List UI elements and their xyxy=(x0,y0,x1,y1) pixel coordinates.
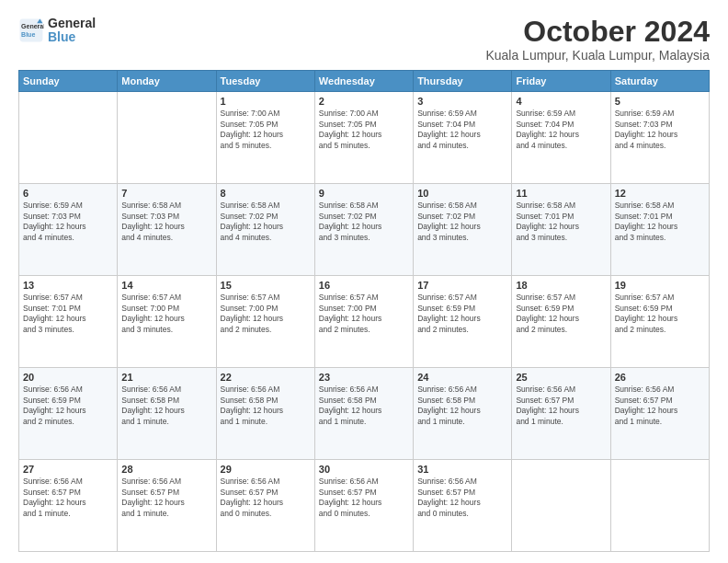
table-cell: 2Sunrise: 7:00 AM Sunset: 7:05 PM Daylig… xyxy=(314,92,413,184)
page: General Blue General Blue October 2024 K… xyxy=(0,0,728,563)
day-number: 23 xyxy=(319,371,409,384)
day-info: Sunrise: 6:56 AM Sunset: 6:57 PM Dayligh… xyxy=(615,385,705,427)
table-cell: 3Sunrise: 6:59 AM Sunset: 7:04 PM Daylig… xyxy=(414,92,512,184)
svg-text:General: General xyxy=(21,24,44,30)
location-subtitle: Kuala Lumpur, Kuala Lumpur, Malaysia xyxy=(485,48,710,63)
day-info: Sunrise: 6:59 AM Sunset: 7:04 PM Dayligh… xyxy=(516,109,606,151)
day-number: 28 xyxy=(121,463,211,476)
day-info: Sunrise: 6:56 AM Sunset: 6:57 PM Dayligh… xyxy=(221,477,311,519)
table-cell: 1Sunrise: 7:00 AM Sunset: 7:05 PM Daylig… xyxy=(216,92,314,184)
table-cell: 13Sunrise: 6:57 AM Sunset: 7:01 PM Dayli… xyxy=(19,276,118,368)
table-cell: 21Sunrise: 6:56 AM Sunset: 6:58 PM Dayli… xyxy=(118,368,216,460)
day-info: Sunrise: 6:57 AM Sunset: 7:00 PM Dayligh… xyxy=(221,293,311,335)
day-number: 19 xyxy=(615,279,705,292)
day-number: 12 xyxy=(615,187,705,200)
table-cell xyxy=(19,92,118,184)
table-cell: 29Sunrise: 6:56 AM Sunset: 6:57 PM Dayli… xyxy=(216,460,314,552)
day-info: Sunrise: 6:56 AM Sunset: 6:58 PM Dayligh… xyxy=(221,385,311,427)
table-cell: 10Sunrise: 6:58 AM Sunset: 7:02 PM Dayli… xyxy=(414,184,512,276)
day-info: Sunrise: 6:56 AM Sunset: 6:57 PM Dayligh… xyxy=(319,477,409,519)
day-number: 21 xyxy=(121,371,211,384)
svg-text:Blue: Blue xyxy=(21,31,35,38)
table-cell: 7Sunrise: 6:58 AM Sunset: 7:03 PM Daylig… xyxy=(118,184,216,276)
day-info: Sunrise: 6:56 AM Sunset: 6:57 PM Dayligh… xyxy=(516,385,606,427)
week-row-3: 13Sunrise: 6:57 AM Sunset: 7:01 PM Dayli… xyxy=(19,276,710,368)
table-cell: 20Sunrise: 6:56 AM Sunset: 6:59 PM Dayli… xyxy=(19,368,118,460)
table-cell: 25Sunrise: 6:56 AM Sunset: 6:57 PM Dayli… xyxy=(512,368,610,460)
day-info: Sunrise: 6:56 AM Sunset: 6:57 PM Dayligh… xyxy=(417,477,507,519)
week-row-1: 1Sunrise: 7:00 AM Sunset: 7:05 PM Daylig… xyxy=(19,92,710,184)
day-info: Sunrise: 6:57 AM Sunset: 7:00 PM Dayligh… xyxy=(121,293,211,335)
week-row-2: 6Sunrise: 6:59 AM Sunset: 7:03 PM Daylig… xyxy=(19,184,710,276)
table-cell: 8Sunrise: 6:58 AM Sunset: 7:02 PM Daylig… xyxy=(216,184,314,276)
day-number: 26 xyxy=(615,371,705,384)
table-cell: 11Sunrise: 6:58 AM Sunset: 7:01 PM Dayli… xyxy=(512,184,610,276)
table-cell: 27Sunrise: 6:56 AM Sunset: 6:57 PM Dayli… xyxy=(19,460,118,552)
day-number: 2 xyxy=(319,95,409,108)
logo-text: General Blue xyxy=(48,17,96,45)
logo: General Blue General Blue xyxy=(18,17,96,45)
header: General Blue General Blue October 2024 K… xyxy=(18,17,710,63)
col-tuesday: Tuesday xyxy=(216,71,314,92)
table-cell: 30Sunrise: 6:56 AM Sunset: 6:57 PM Dayli… xyxy=(314,460,413,552)
table-cell: 6Sunrise: 6:59 AM Sunset: 7:03 PM Daylig… xyxy=(19,184,118,276)
day-info: Sunrise: 6:59 AM Sunset: 7:03 PM Dayligh… xyxy=(23,201,113,243)
day-number: 24 xyxy=(417,371,507,384)
day-info: Sunrise: 6:59 AM Sunset: 7:04 PM Dayligh… xyxy=(417,109,507,151)
col-friday: Friday xyxy=(512,71,610,92)
table-cell: 22Sunrise: 6:56 AM Sunset: 6:58 PM Dayli… xyxy=(216,368,314,460)
day-number: 20 xyxy=(23,371,113,384)
day-number: 5 xyxy=(615,95,705,108)
table-cell: 14Sunrise: 6:57 AM Sunset: 7:00 PM Dayli… xyxy=(118,276,216,368)
table-cell: 12Sunrise: 6:58 AM Sunset: 7:01 PM Dayli… xyxy=(610,184,709,276)
day-info: Sunrise: 6:58 AM Sunset: 7:02 PM Dayligh… xyxy=(319,201,409,243)
day-info: Sunrise: 6:58 AM Sunset: 7:01 PM Dayligh… xyxy=(615,201,705,243)
week-row-5: 27Sunrise: 6:56 AM Sunset: 6:57 PM Dayli… xyxy=(19,460,710,552)
table-cell: 31Sunrise: 6:56 AM Sunset: 6:57 PM Dayli… xyxy=(414,460,512,552)
calendar-table: Sunday Monday Tuesday Wednesday Thursday… xyxy=(18,70,710,552)
day-info: Sunrise: 6:56 AM Sunset: 6:57 PM Dayligh… xyxy=(23,477,113,519)
table-cell: 5Sunrise: 6:59 AM Sunset: 7:03 PM Daylig… xyxy=(610,92,709,184)
day-info: Sunrise: 6:56 AM Sunset: 6:59 PM Dayligh… xyxy=(23,385,113,427)
day-number: 13 xyxy=(23,279,113,292)
day-number: 27 xyxy=(23,463,113,476)
day-info: Sunrise: 6:57 AM Sunset: 6:59 PM Dayligh… xyxy=(615,293,705,335)
table-cell: 16Sunrise: 6:57 AM Sunset: 7:00 PM Dayli… xyxy=(314,276,413,368)
day-info: Sunrise: 6:57 AM Sunset: 7:00 PM Dayligh… xyxy=(319,293,409,335)
title-block: October 2024 Kuala Lumpur, Kuala Lumpur,… xyxy=(485,17,710,63)
day-number: 11 xyxy=(516,187,606,200)
table-cell xyxy=(118,92,216,184)
col-saturday: Saturday xyxy=(610,71,709,92)
table-cell: 4Sunrise: 6:59 AM Sunset: 7:04 PM Daylig… xyxy=(512,92,610,184)
col-monday: Monday xyxy=(118,71,216,92)
day-number: 22 xyxy=(221,371,311,384)
day-info: Sunrise: 6:57 AM Sunset: 6:59 PM Dayligh… xyxy=(516,293,606,335)
day-info: Sunrise: 6:59 AM Sunset: 7:03 PM Dayligh… xyxy=(615,109,705,151)
day-number: 16 xyxy=(319,279,409,292)
day-number: 3 xyxy=(417,95,507,108)
day-number: 25 xyxy=(516,371,606,384)
week-row-4: 20Sunrise: 6:56 AM Sunset: 6:59 PM Dayli… xyxy=(19,368,710,460)
day-number: 6 xyxy=(23,187,113,200)
day-info: Sunrise: 6:58 AM Sunset: 7:02 PM Dayligh… xyxy=(417,201,507,243)
day-number: 18 xyxy=(516,279,606,292)
day-info: Sunrise: 6:58 AM Sunset: 7:01 PM Dayligh… xyxy=(516,201,606,243)
day-info: Sunrise: 6:57 AM Sunset: 7:01 PM Dayligh… xyxy=(23,293,113,335)
day-info: Sunrise: 6:57 AM Sunset: 6:59 PM Dayligh… xyxy=(417,293,507,335)
day-number: 17 xyxy=(417,279,507,292)
day-info: Sunrise: 6:56 AM Sunset: 6:57 PM Dayligh… xyxy=(121,477,211,519)
table-cell xyxy=(610,460,709,552)
calendar-header-row: Sunday Monday Tuesday Wednesday Thursday… xyxy=(19,71,710,92)
table-cell: 24Sunrise: 6:56 AM Sunset: 6:58 PM Dayli… xyxy=(414,368,512,460)
day-info: Sunrise: 7:00 AM Sunset: 7:05 PM Dayligh… xyxy=(221,109,311,151)
day-number: 4 xyxy=(516,95,606,108)
day-number: 9 xyxy=(319,187,409,200)
day-info: Sunrise: 6:56 AM Sunset: 6:58 PM Dayligh… xyxy=(121,385,211,427)
col-thursday: Thursday xyxy=(414,71,512,92)
day-info: Sunrise: 6:58 AM Sunset: 7:02 PM Dayligh… xyxy=(221,201,311,243)
table-cell: 15Sunrise: 6:57 AM Sunset: 7:00 PM Dayli… xyxy=(216,276,314,368)
month-title: October 2024 xyxy=(485,17,710,46)
day-number: 8 xyxy=(221,187,311,200)
table-cell: 18Sunrise: 6:57 AM Sunset: 6:59 PM Dayli… xyxy=(512,276,610,368)
day-info: Sunrise: 6:56 AM Sunset: 6:58 PM Dayligh… xyxy=(319,385,409,427)
